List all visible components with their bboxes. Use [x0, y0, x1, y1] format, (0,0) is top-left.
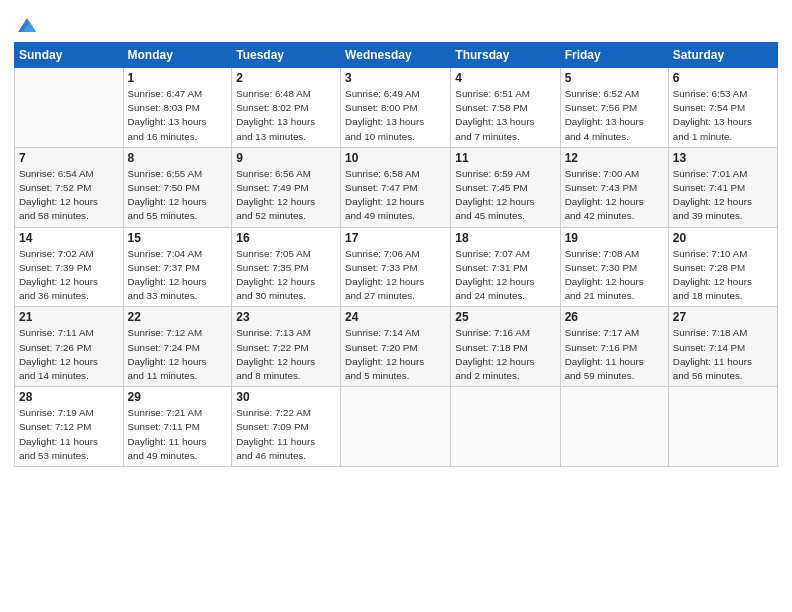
day-info: Sunrise: 7:01 AM Sunset: 7:41 PM Dayligh…	[673, 167, 773, 224]
day-info: Sunrise: 6:52 AM Sunset: 7:56 PM Dayligh…	[565, 87, 664, 144]
calendar-day-cell: 23Sunrise: 7:13 AM Sunset: 7:22 PM Dayli…	[232, 307, 341, 387]
day-info: Sunrise: 7:00 AM Sunset: 7:43 PM Dayligh…	[565, 167, 664, 224]
calendar-header-monday: Monday	[123, 43, 232, 68]
calendar-day-cell: 29Sunrise: 7:21 AM Sunset: 7:11 PM Dayli…	[123, 387, 232, 467]
day-number: 4	[455, 71, 555, 85]
calendar-day-cell: 1Sunrise: 6:47 AM Sunset: 8:03 PM Daylig…	[123, 68, 232, 148]
calendar-header-wednesday: Wednesday	[341, 43, 451, 68]
calendar-day-cell: 7Sunrise: 6:54 AM Sunset: 7:52 PM Daylig…	[15, 147, 124, 227]
calendar-day-cell: 2Sunrise: 6:48 AM Sunset: 8:02 PM Daylig…	[232, 68, 341, 148]
calendar-header-row: SundayMondayTuesdayWednesdayThursdayFrid…	[15, 43, 778, 68]
day-number: 1	[128, 71, 228, 85]
calendar-day-cell	[341, 387, 451, 467]
calendar-day-cell: 22Sunrise: 7:12 AM Sunset: 7:24 PM Dayli…	[123, 307, 232, 387]
day-number: 19	[565, 231, 664, 245]
calendar-day-cell	[560, 387, 668, 467]
day-info: Sunrise: 7:16 AM Sunset: 7:18 PM Dayligh…	[455, 326, 555, 383]
day-number: 3	[345, 71, 446, 85]
day-info: Sunrise: 7:08 AM Sunset: 7:30 PM Dayligh…	[565, 247, 664, 304]
day-number: 23	[236, 310, 336, 324]
day-number: 15	[128, 231, 228, 245]
day-info: Sunrise: 6:51 AM Sunset: 7:58 PM Dayligh…	[455, 87, 555, 144]
calendar-header-tuesday: Tuesday	[232, 43, 341, 68]
calendar-day-cell: 8Sunrise: 6:55 AM Sunset: 7:50 PM Daylig…	[123, 147, 232, 227]
day-number: 21	[19, 310, 119, 324]
calendar-table: SundayMondayTuesdayWednesdayThursdayFrid…	[14, 42, 778, 467]
day-info: Sunrise: 7:13 AM Sunset: 7:22 PM Dayligh…	[236, 326, 336, 383]
day-info: Sunrise: 6:53 AM Sunset: 7:54 PM Dayligh…	[673, 87, 773, 144]
calendar-day-cell: 11Sunrise: 6:59 AM Sunset: 7:45 PM Dayli…	[451, 147, 560, 227]
day-number: 13	[673, 151, 773, 165]
day-number: 11	[455, 151, 555, 165]
calendar-day-cell: 5Sunrise: 6:52 AM Sunset: 7:56 PM Daylig…	[560, 68, 668, 148]
day-info: Sunrise: 7:12 AM Sunset: 7:24 PM Dayligh…	[128, 326, 228, 383]
calendar-day-cell: 18Sunrise: 7:07 AM Sunset: 7:31 PM Dayli…	[451, 227, 560, 307]
day-info: Sunrise: 6:49 AM Sunset: 8:00 PM Dayligh…	[345, 87, 446, 144]
calendar-day-cell: 16Sunrise: 7:05 AM Sunset: 7:35 PM Dayli…	[232, 227, 341, 307]
day-info: Sunrise: 7:07 AM Sunset: 7:31 PM Dayligh…	[455, 247, 555, 304]
calendar-day-cell: 30Sunrise: 7:22 AM Sunset: 7:09 PM Dayli…	[232, 387, 341, 467]
calendar-day-cell: 25Sunrise: 7:16 AM Sunset: 7:18 PM Dayli…	[451, 307, 560, 387]
calendar-week-row: 7Sunrise: 6:54 AM Sunset: 7:52 PM Daylig…	[15, 147, 778, 227]
day-number: 28	[19, 390, 119, 404]
day-info: Sunrise: 6:55 AM Sunset: 7:50 PM Dayligh…	[128, 167, 228, 224]
day-info: Sunrise: 7:02 AM Sunset: 7:39 PM Dayligh…	[19, 247, 119, 304]
day-number: 27	[673, 310, 773, 324]
calendar-day-cell: 20Sunrise: 7:10 AM Sunset: 7:28 PM Dayli…	[668, 227, 777, 307]
day-number: 25	[455, 310, 555, 324]
calendar-day-cell: 4Sunrise: 6:51 AM Sunset: 7:58 PM Daylig…	[451, 68, 560, 148]
calendar-day-cell: 12Sunrise: 7:00 AM Sunset: 7:43 PM Dayli…	[560, 147, 668, 227]
calendar-day-cell: 3Sunrise: 6:49 AM Sunset: 8:00 PM Daylig…	[341, 68, 451, 148]
day-number: 9	[236, 151, 336, 165]
day-number: 26	[565, 310, 664, 324]
calendar-day-cell: 27Sunrise: 7:18 AM Sunset: 7:14 PM Dayli…	[668, 307, 777, 387]
day-info: Sunrise: 7:19 AM Sunset: 7:12 PM Dayligh…	[19, 406, 119, 463]
day-info: Sunrise: 6:56 AM Sunset: 7:49 PM Dayligh…	[236, 167, 336, 224]
day-number: 5	[565, 71, 664, 85]
calendar-day-cell: 9Sunrise: 6:56 AM Sunset: 7:49 PM Daylig…	[232, 147, 341, 227]
calendar-day-cell: 10Sunrise: 6:58 AM Sunset: 7:47 PM Dayli…	[341, 147, 451, 227]
calendar-header-thursday: Thursday	[451, 43, 560, 68]
calendar-header-friday: Friday	[560, 43, 668, 68]
day-info: Sunrise: 7:22 AM Sunset: 7:09 PM Dayligh…	[236, 406, 336, 463]
calendar-week-row: 28Sunrise: 7:19 AM Sunset: 7:12 PM Dayli…	[15, 387, 778, 467]
day-info: Sunrise: 6:58 AM Sunset: 7:47 PM Dayligh…	[345, 167, 446, 224]
day-number: 7	[19, 151, 119, 165]
day-info: Sunrise: 7:11 AM Sunset: 7:26 PM Dayligh…	[19, 326, 119, 383]
day-number: 6	[673, 71, 773, 85]
calendar-header-saturday: Saturday	[668, 43, 777, 68]
day-number: 14	[19, 231, 119, 245]
logo	[14, 14, 38, 36]
day-number: 29	[128, 390, 228, 404]
day-number: 30	[236, 390, 336, 404]
calendar-day-cell: 26Sunrise: 7:17 AM Sunset: 7:16 PM Dayli…	[560, 307, 668, 387]
day-number: 10	[345, 151, 446, 165]
day-info: Sunrise: 7:18 AM Sunset: 7:14 PM Dayligh…	[673, 326, 773, 383]
day-info: Sunrise: 6:54 AM Sunset: 7:52 PM Dayligh…	[19, 167, 119, 224]
day-number: 18	[455, 231, 555, 245]
day-number: 12	[565, 151, 664, 165]
day-number: 20	[673, 231, 773, 245]
day-info: Sunrise: 7:06 AM Sunset: 7:33 PM Dayligh…	[345, 247, 446, 304]
day-number: 22	[128, 310, 228, 324]
day-number: 24	[345, 310, 446, 324]
calendar-day-cell: 6Sunrise: 6:53 AM Sunset: 7:54 PM Daylig…	[668, 68, 777, 148]
calendar-header-sunday: Sunday	[15, 43, 124, 68]
calendar-day-cell: 14Sunrise: 7:02 AM Sunset: 7:39 PM Dayli…	[15, 227, 124, 307]
day-number: 17	[345, 231, 446, 245]
calendar-day-cell: 13Sunrise: 7:01 AM Sunset: 7:41 PM Dayli…	[668, 147, 777, 227]
calendar-day-cell: 15Sunrise: 7:04 AM Sunset: 7:37 PM Dayli…	[123, 227, 232, 307]
day-number: 2	[236, 71, 336, 85]
day-info: Sunrise: 6:48 AM Sunset: 8:02 PM Dayligh…	[236, 87, 336, 144]
calendar-day-cell	[668, 387, 777, 467]
day-info: Sunrise: 7:17 AM Sunset: 7:16 PM Dayligh…	[565, 326, 664, 383]
calendar-day-cell	[15, 68, 124, 148]
calendar-day-cell: 17Sunrise: 7:06 AM Sunset: 7:33 PM Dayli…	[341, 227, 451, 307]
calendar-day-cell: 19Sunrise: 7:08 AM Sunset: 7:30 PM Dayli…	[560, 227, 668, 307]
day-info: Sunrise: 6:59 AM Sunset: 7:45 PM Dayligh…	[455, 167, 555, 224]
calendar-day-cell: 28Sunrise: 7:19 AM Sunset: 7:12 PM Dayli…	[15, 387, 124, 467]
day-number: 8	[128, 151, 228, 165]
day-info: Sunrise: 7:05 AM Sunset: 7:35 PM Dayligh…	[236, 247, 336, 304]
calendar-day-cell: 21Sunrise: 7:11 AM Sunset: 7:26 PM Dayli…	[15, 307, 124, 387]
calendar-week-row: 21Sunrise: 7:11 AM Sunset: 7:26 PM Dayli…	[15, 307, 778, 387]
